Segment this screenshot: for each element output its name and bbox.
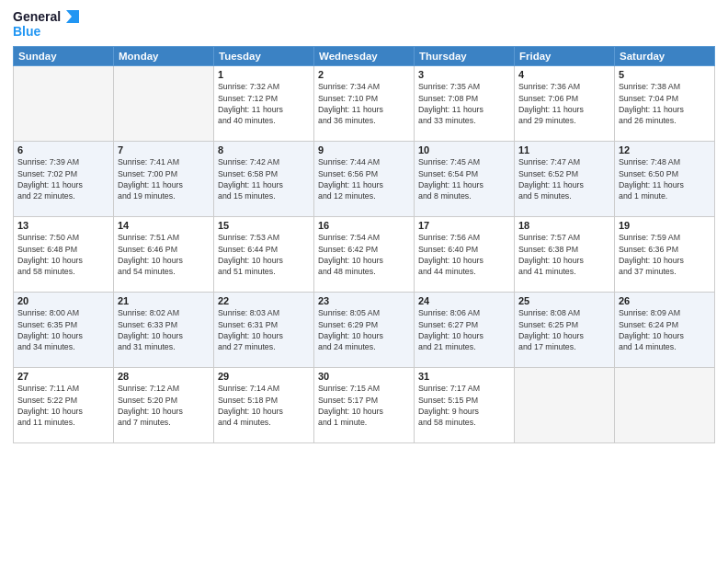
cell-line2: Sunset: 5:20 PM <box>118 395 210 406</box>
day-number: 1 <box>218 69 310 80</box>
logo-general: General <box>13 9 61 24</box>
day-number: 5 <box>619 69 711 80</box>
cell-line4: and 21 minutes. <box>418 341 510 352</box>
cell-line4: and 27 minutes. <box>218 341 310 352</box>
logo-blue: Blue <box>13 24 79 39</box>
cell-line2: Sunset: 6:52 PM <box>518 168 610 179</box>
cell-line2: Sunset: 6:50 PM <box>619 168 711 179</box>
cell-line4: and 5 minutes. <box>518 190 610 201</box>
cell-line3: Daylight: 10 hours <box>17 406 109 417</box>
calendar-cell: 16Sunrise: 7:54 AMSunset: 6:42 PMDayligh… <box>314 217 415 293</box>
calendar-cell: 12Sunrise: 7:48 AMSunset: 6:50 PMDayligh… <box>615 142 715 217</box>
cell-line3: Daylight: 11 hours <box>418 179 510 190</box>
col-header-thursday: Thursday <box>415 47 515 66</box>
day-number: 21 <box>118 295 210 306</box>
calendar-cell <box>14 66 114 142</box>
cell-line2: Sunset: 6:36 PM <box>619 244 711 255</box>
logo: General Blue <box>13 9 79 39</box>
cell-line1: Sunrise: 7:51 AM <box>118 232 210 243</box>
cell-line2: Sunset: 5:15 PM <box>418 395 510 406</box>
col-header-tuesday: Tuesday <box>214 47 314 66</box>
day-number: 3 <box>418 69 510 80</box>
cell-line1: Sunrise: 8:03 AM <box>218 307 310 318</box>
calendar-cell <box>515 368 615 443</box>
day-number: 15 <box>218 220 310 231</box>
cell-line1: Sunrise: 7:32 AM <box>218 81 310 92</box>
calendar-cell <box>615 368 715 443</box>
cell-line4: and 40 minutes. <box>218 115 310 126</box>
cell-line4: and 33 minutes. <box>418 115 510 126</box>
cell-line4: and 51 minutes. <box>218 266 310 277</box>
cell-line1: Sunrise: 7:35 AM <box>418 81 510 92</box>
cell-line1: Sunrise: 7:45 AM <box>418 156 510 167</box>
cell-line4: and 44 minutes. <box>418 266 510 277</box>
cell-line4: and 24 minutes. <box>318 341 410 352</box>
day-number: 22 <box>218 295 310 306</box>
cell-line4: and 58 minutes. <box>418 417 510 428</box>
cell-line1: Sunrise: 7:39 AM <box>17 156 109 167</box>
day-number: 24 <box>418 295 510 306</box>
cell-line3: Daylight: 10 hours <box>218 406 310 417</box>
day-number: 7 <box>118 144 210 155</box>
day-number: 13 <box>17 220 109 231</box>
cell-line3: Daylight: 10 hours <box>518 255 610 266</box>
cell-line3: Daylight: 10 hours <box>17 255 109 266</box>
cell-line3: Daylight: 11 hours <box>619 104 711 115</box>
day-number: 26 <box>619 295 711 306</box>
calendar-cell: 29Sunrise: 7:14 AMSunset: 5:18 PMDayligh… <box>214 368 314 443</box>
cell-line3: Daylight: 10 hours <box>118 406 210 417</box>
calendar-cell: 9Sunrise: 7:44 AMSunset: 6:56 PMDaylight… <box>314 142 415 217</box>
cell-line2: Sunset: 5:18 PM <box>218 395 310 406</box>
cell-line3: Daylight: 10 hours <box>118 255 210 266</box>
day-number: 16 <box>318 220 410 231</box>
cell-line1: Sunrise: 8:08 AM <box>518 307 610 318</box>
cell-line2: Sunset: 6:46 PM <box>118 244 210 255</box>
cell-line4: and 7 minutes. <box>118 417 210 428</box>
calendar-cell: 19Sunrise: 7:59 AMSunset: 6:36 PMDayligh… <box>615 217 715 293</box>
header: General Blue <box>13 9 715 39</box>
cell-line2: Sunset: 6:56 PM <box>318 168 410 179</box>
cell-line4: and 22 minutes. <box>17 190 109 201</box>
cell-line3: Daylight: 10 hours <box>318 406 410 417</box>
calendar-cell: 5Sunrise: 7:38 AMSunset: 7:04 PMDaylight… <box>615 66 715 142</box>
cell-line1: Sunrise: 7:15 AM <box>318 383 410 394</box>
calendar-cell: 21Sunrise: 8:02 AMSunset: 6:33 PMDayligh… <box>114 293 214 368</box>
cell-line3: Daylight: 11 hours <box>17 179 109 190</box>
calendar-cell: 3Sunrise: 7:35 AMSunset: 7:08 PMDaylight… <box>415 66 515 142</box>
cell-line3: Daylight: 11 hours <box>518 104 610 115</box>
calendar-cell: 31Sunrise: 7:17 AMSunset: 5:15 PMDayligh… <box>415 368 515 443</box>
day-number: 29 <box>218 371 310 382</box>
calendar-cell: 23Sunrise: 8:05 AMSunset: 6:29 PMDayligh… <box>314 293 415 368</box>
cell-line2: Sunset: 6:40 PM <box>418 244 510 255</box>
cell-line4: and 29 minutes. <box>518 115 610 126</box>
calendar-cell: 1Sunrise: 7:32 AMSunset: 7:12 PMDaylight… <box>214 66 314 142</box>
cell-line4: and 26 minutes. <box>619 115 711 126</box>
day-number: 25 <box>518 295 610 306</box>
calendar-cell: 30Sunrise: 7:15 AMSunset: 5:17 PMDayligh… <box>314 368 415 443</box>
logo-arrow-icon <box>63 10 79 23</box>
day-number: 30 <box>318 371 410 382</box>
cell-line3: Daylight: 10 hours <box>118 330 210 341</box>
cell-line1: Sunrise: 7:54 AM <box>318 232 410 243</box>
cell-line2: Sunset: 5:22 PM <box>17 395 109 406</box>
cell-line2: Sunset: 6:33 PM <box>118 319 210 330</box>
cell-line4: and 11 minutes. <box>17 417 109 428</box>
calendar-cell: 20Sunrise: 8:00 AMSunset: 6:35 PMDayligh… <box>14 293 114 368</box>
day-number: 31 <box>418 371 510 382</box>
cell-line1: Sunrise: 7:59 AM <box>619 232 711 243</box>
cell-line2: Sunset: 6:42 PM <box>318 244 410 255</box>
cell-line1: Sunrise: 7:56 AM <box>418 232 510 243</box>
day-number: 4 <box>518 69 610 80</box>
calendar-header-row: SundayMondayTuesdayWednesdayThursdayFrid… <box>14 47 715 66</box>
col-header-friday: Friday <box>515 47 615 66</box>
calendar-week-row: 6Sunrise: 7:39 AMSunset: 7:02 PMDaylight… <box>14 142 715 217</box>
cell-line4: and 34 minutes. <box>17 341 109 352</box>
cell-line2: Sunset: 6:24 PM <box>619 319 711 330</box>
cell-line2: Sunset: 6:25 PM <box>518 319 610 330</box>
cell-line3: Daylight: 11 hours <box>619 179 711 190</box>
cell-line1: Sunrise: 7:36 AM <box>518 81 610 92</box>
cell-line4: and 14 minutes. <box>619 341 711 352</box>
cell-line3: Daylight: 10 hours <box>218 330 310 341</box>
cell-line4: and 4 minutes. <box>218 417 310 428</box>
cell-line2: Sunset: 6:29 PM <box>318 319 410 330</box>
